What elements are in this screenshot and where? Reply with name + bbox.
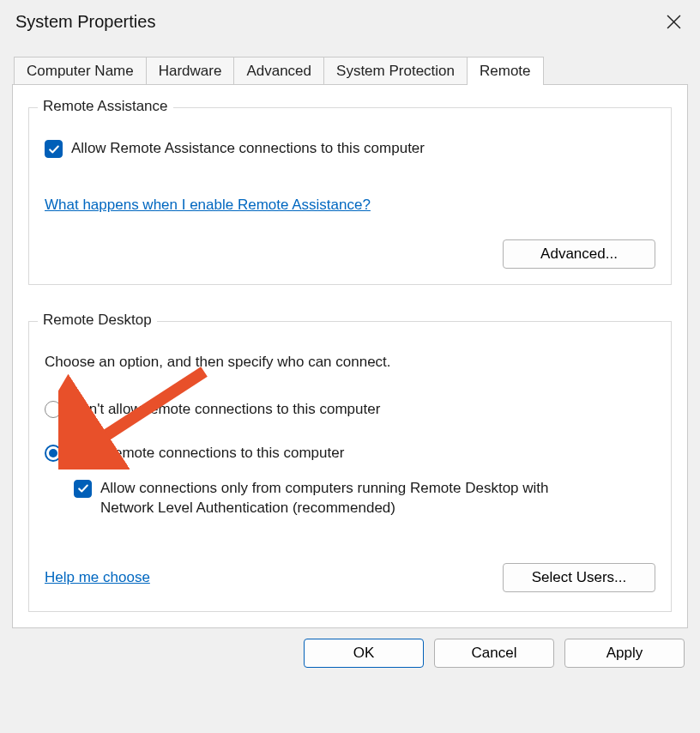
checkmark-icon [48, 143, 60, 155]
group-legend-remote-desktop: Remote Desktop [38, 312, 157, 329]
select-users-button[interactable]: Select Users... [503, 563, 655, 592]
allow-remote-assistance-label: Allow Remote Assistance connections to t… [71, 139, 425, 159]
deny-remote-connections-label: Don't allow remote connections to this c… [70, 400, 380, 420]
system-properties-window: System Properties Computer Name Hardware… [0, 0, 700, 733]
tab-system-protection[interactable]: System Protection [323, 57, 468, 85]
close-icon [667, 15, 681, 29]
allow-remote-assistance-checkbox[interactable] [45, 140, 63, 158]
remote-assistance-help-link[interactable]: What happens when I enable Remote Assist… [45, 197, 371, 214]
checkmark-icon [77, 482, 89, 494]
window-title: System Properties [15, 12, 155, 32]
cancel-button[interactable]: Cancel [434, 639, 554, 668]
nla-checkbox[interactable] [74, 480, 92, 498]
ok-button[interactable]: OK [304, 639, 424, 668]
allow-remote-connections-label: Allow remote connections to this compute… [70, 444, 344, 463]
tab-strip: Computer Name Hardware Advanced System P… [14, 57, 700, 85]
deny-remote-connections-radio[interactable] [45, 401, 62, 418]
group-remote-desktop: Remote Desktop Choose an option, and the… [28, 321, 672, 612]
tab-computer-name[interactable]: Computer Name [14, 57, 147, 85]
apply-button[interactable]: Apply [564, 639, 685, 668]
group-remote-assistance: Remote Assistance Allow Remote Assistanc… [28, 107, 672, 285]
remote-desktop-intro: Choose an option, and then specify who c… [45, 353, 655, 373]
footer-buttons: OK Cancel Apply [0, 639, 700, 682]
allow-remote-connections-radio[interactable] [45, 445, 62, 462]
tab-hardware[interactable]: Hardware [146, 57, 235, 85]
tab-remote[interactable]: Remote [467, 57, 544, 85]
tab-sheet-remote: Remote Assistance Allow Remote Assistanc… [12, 84, 688, 628]
group-legend-remote-assistance: Remote Assistance [38, 98, 173, 115]
nla-label: Allow connections only from computers ru… [100, 479, 581, 518]
advanced-button[interactable]: Advanced... [503, 239, 655, 269]
titlebar: System Properties [0, 0, 700, 41]
help-me-choose-link[interactable]: Help me choose [45, 569, 150, 586]
tab-advanced[interactable]: Advanced [233, 57, 324, 85]
close-button[interactable] [661, 9, 686, 34]
